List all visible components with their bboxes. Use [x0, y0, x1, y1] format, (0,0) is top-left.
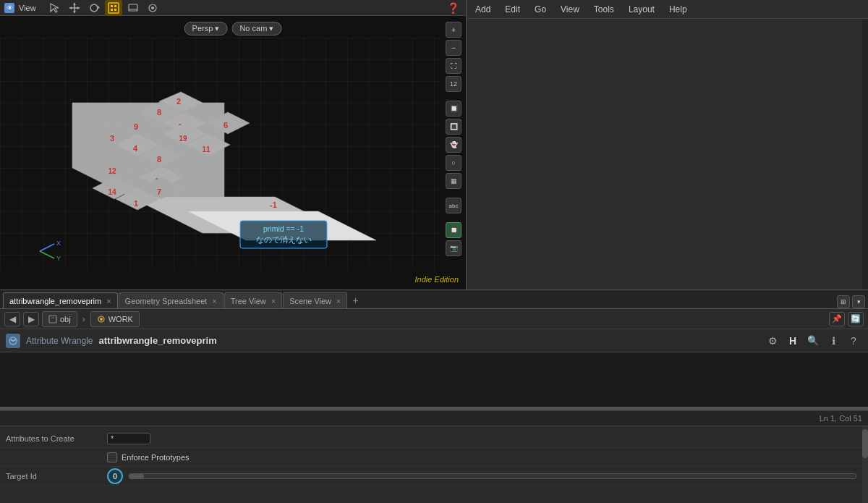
wire-btn[interactable]: 🔳: [446, 119, 461, 135]
no-cam-dropdown[interactable]: No cam ▾: [231, 22, 281, 35]
menu-tools[interactable]: Tools: [591, 3, 617, 16]
svg-rect-7: [129, 4, 137, 11]
svg-text:19: 19: [179, 135, 187, 143]
tab-layout-btn[interactable]: ⊞: [837, 295, 850, 308]
info-btn[interactable]: ℹ: [825, 332, 842, 350]
svg-text:X: X: [56, 240, 61, 247]
tab-attribwrangle-removeprim[interactable]: attribwrangle_removeprim ×: [3, 292, 118, 308]
svg-text:primid == -1: primid == -1: [263, 224, 304, 233]
node-canvas[interactable]: grid1 subdivide1 transform1: [467, 19, 868, 289]
panel-node-type-icon: [6, 334, 20, 348]
menu-go[interactable]: Go: [532, 3, 549, 16]
select-tool-btn[interactable]: [46, 0, 64, 16]
tab-add-btn[interactable]: +: [348, 292, 362, 308]
svg-text:8: 8: [157, 108, 161, 117]
viewport-icon: 👁: [4, 3, 14, 13]
pin-btn[interactable]: 📌: [829, 312, 845, 326]
viewport-titlebar: 👁 View: [0, 0, 466, 16]
target-id-circle[interactable]: 0: [107, 468, 123, 484]
svg-rect-4: [114, 5, 116, 7]
svg-text:7: 7: [157, 187, 161, 196]
enforce-prototypes-checkbox[interactable]: [107, 452, 117, 462]
breadcrumb-arrow: ›: [80, 314, 88, 324]
svg-point-10: [151, 7, 154, 9]
tab-menu-btn[interactable]: ▾: [852, 295, 865, 308]
code-editor-resize[interactable]: [0, 407, 868, 410]
code-editor-area[interactable]: [0, 352, 868, 410]
prop-attributes-to-create: Attributes to Create: [0, 429, 868, 448]
node-editor-scrollbar[interactable]: [862, 19, 868, 289]
fit-btn[interactable]: ⛶: [446, 58, 461, 74]
prop-attributes-input[interactable]: [107, 433, 150, 444]
svg-text:8: 8: [157, 155, 161, 164]
properties-area: Attributes to Create Enforce Prototypes …: [0, 426, 868, 503]
camera-controls: Persp ▾ No cam ▾: [184, 22, 282, 35]
menu-view[interactable]: View: [558, 3, 582, 16]
svg-text:Y: Y: [56, 255, 61, 262]
menu-edit[interactable]: Edit: [502, 3, 523, 16]
tab-close-tree-view[interactable]: ×: [271, 297, 276, 305]
tab-controls: ⊞ ▾: [837, 295, 865, 308]
persp-dropdown[interactable]: Persp ▾: [184, 22, 228, 35]
h-btn[interactable]: H: [784, 332, 801, 350]
svg-text:11: 11: [202, 145, 210, 153]
tab-geometry-spreadsheet[interactable]: Geometry Spreadsheet ×: [119, 292, 224, 308]
menu-help[interactable]: Help: [666, 3, 690, 16]
viewport-3d[interactable]: Persp ▾ No cam ▾: [0, 16, 466, 289]
svg-rect-67: [49, 316, 56, 323]
svg-text:9: 9: [134, 122, 138, 131]
viewport-overlay-controls: + − ⛶ 12 🔲 🔳 👻 ○ ▦ abc 🔲 📷: [446, 22, 461, 256]
tab-close-geometry-spreadsheet[interactable]: ×: [212, 297, 216, 305]
move-tool-btn[interactable]: [66, 0, 83, 16]
zoom-out-btn[interactable]: −: [446, 40, 461, 56]
rotate-tool-btn[interactable]: [85, 0, 103, 16]
svg-text:6: 6: [224, 121, 228, 130]
prop-enforce-prototypes: Enforce Prototypes: [0, 448, 868, 467]
panel-node-name: attribwrangle_removeprim: [99, 335, 217, 346]
menu-add[interactable]: Add: [472, 3, 493, 16]
gear-btn[interactable]: ⚙: [764, 332, 781, 350]
texture-btn[interactable]: ▦: [446, 173, 461, 189]
svg-point-1: [90, 4, 98, 12]
snap-btn[interactable]: 🔲: [446, 222, 461, 238]
nav-forward-btn[interactable]: ▶: [23, 312, 39, 326]
tab-bar: attribwrangle_removeprim × Geometry Spre…: [0, 290, 868, 309]
smooth-btn[interactable]: ○: [446, 155, 461, 171]
render-btn[interactable]: [144, 0, 161, 16]
tab-close-scene-view[interactable]: ×: [336, 297, 341, 305]
panel-header: Attribute Wrangle attribwrangle_removepr…: [0, 329, 868, 352]
breadcrumb-obj[interactable]: obj: [42, 311, 77, 327]
ghost-btn[interactable]: 👻: [446, 137, 461, 153]
viewport-mode-btn[interactable]: [105, 0, 122, 16]
zoom-in-btn[interactable]: +: [446, 22, 461, 38]
status-text: Ln 1, Col 51: [820, 414, 862, 423]
ortho-btn[interactable]: 12: [446, 76, 461, 92]
display-mode-btn[interactable]: [124, 0, 142, 16]
tab-close-attribwrangle-removeprim[interactable]: ×: [106, 297, 111, 305]
help-icon[interactable]: ❓: [444, 0, 461, 16]
prop-target-id: Target Id 0: [0, 467, 868, 486]
panel-header-tools: ⚙ H 🔍 ℹ ?: [764, 332, 862, 350]
svg-point-70: [100, 318, 103, 321]
camera-snap-btn[interactable]: 📷: [446, 240, 461, 256]
nav-back-btn[interactable]: ◀: [4, 312, 20, 326]
target-id-slider[interactable]: [129, 473, 856, 479]
sync-btn[interactable]: 🔄: [848, 312, 864, 326]
viewport-title: View: [19, 4, 36, 12]
node-editor-menubar: Add Edit Go View Tools Layout Help: [467, 0, 868, 19]
abc-btn[interactable]: abc: [446, 198, 461, 214]
svg-rect-2: [109, 3, 119, 13]
panel-node-type: Attribute Wrangle: [26, 336, 93, 346]
properties-scrollbar[interactable]: [862, 426, 868, 503]
breadcrumb-work[interactable]: WORK: [90, 311, 140, 327]
shading-btn[interactable]: 🔲: [446, 101, 461, 117]
tab-tree-view[interactable]: Tree View ×: [224, 292, 282, 308]
panel-toolbar: ◀ ▶ obj › WORK 📌 🔄: [0, 309, 868, 329]
menu-layout[interactable]: Layout: [626, 3, 658, 16]
search-btn[interactable]: 🔍: [804, 332, 822, 350]
svg-text:なので消えない: なので消えない: [256, 235, 312, 244]
tab-scene-view[interactable]: Scene View ×: [283, 292, 347, 308]
help-btn-panel[interactable]: ?: [845, 332, 862, 350]
prop-attributes-label: Attributes to Create: [6, 434, 107, 443]
svg-marker-0: [51, 4, 59, 12]
